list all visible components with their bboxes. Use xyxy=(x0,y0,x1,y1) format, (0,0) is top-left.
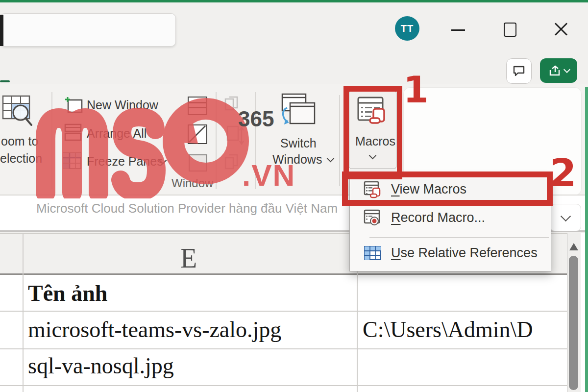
search-box[interactable] xyxy=(0,13,176,47)
vertical-scrollbar[interactable] xyxy=(567,233,581,392)
record-macro-label: Record Macro... xyxy=(391,210,485,225)
avatar[interactable]: TT xyxy=(395,16,419,41)
scrollbar-up-arrow[interactable] xyxy=(569,243,578,250)
annotation-box-1 xyxy=(343,86,402,179)
share-dropdown-chevron-icon xyxy=(563,66,570,73)
use-relative-references-icon xyxy=(364,245,382,262)
cell-e2[interactable]: microsoft-teams-vs-zalo.jpg xyxy=(28,317,281,343)
record-macro-icon xyxy=(364,209,382,228)
scrollbar-thumb[interactable] xyxy=(569,256,578,390)
collapse-chevron-icon xyxy=(560,211,570,221)
menu-separator xyxy=(369,237,549,238)
comments-button[interactable] xyxy=(506,58,532,84)
use-relative-references-label: Use Relative References xyxy=(391,245,538,261)
title-bar: TT xyxy=(0,2,588,59)
close-button[interactable] xyxy=(551,20,571,39)
watermark-subtitle: Microsoft Cloud Solution Provider hàng đ… xyxy=(36,201,338,216)
window-right-edge xyxy=(585,87,588,392)
menu-item-record-macro[interactable]: Record Macro... xyxy=(351,207,547,231)
maximize-button[interactable] xyxy=(500,20,519,39)
watermark-vn: .VN xyxy=(242,158,295,193)
active-tab-underline xyxy=(0,80,10,82)
formula-bar-collapse-button[interactable] xyxy=(550,204,581,231)
annotation-step-2: 2 xyxy=(550,154,576,192)
share-icon xyxy=(548,64,561,77)
share-button[interactable] xyxy=(540,58,577,83)
cell-e3[interactable]: sql-va-nosql.jpg xyxy=(28,353,174,379)
menu-item-use-relative-references[interactable]: Use Relative References xyxy=(351,243,547,266)
comment-icon xyxy=(513,65,525,77)
avatar-initials: TT xyxy=(401,23,414,34)
excel-window: TT y Automate Developer Help FUNCTIONS A… xyxy=(0,0,588,392)
app-edge-fragment xyxy=(0,15,3,46)
annotation-box-2 xyxy=(342,172,553,206)
minimize-icon xyxy=(451,29,465,31)
maximize-icon xyxy=(504,23,516,37)
annotation-step-1: 1 xyxy=(403,72,429,108)
minimize-button[interactable] xyxy=(448,20,468,39)
column-header-e[interactable]: E xyxy=(180,243,197,274)
cell-f2[interactable]: C:\Users\Admin\D xyxy=(363,317,567,347)
switch-windows-chevron-icon xyxy=(327,155,335,163)
cell-e1[interactable]: Tên ảnh xyxy=(28,280,107,306)
watermark-365: 365 xyxy=(238,107,274,131)
